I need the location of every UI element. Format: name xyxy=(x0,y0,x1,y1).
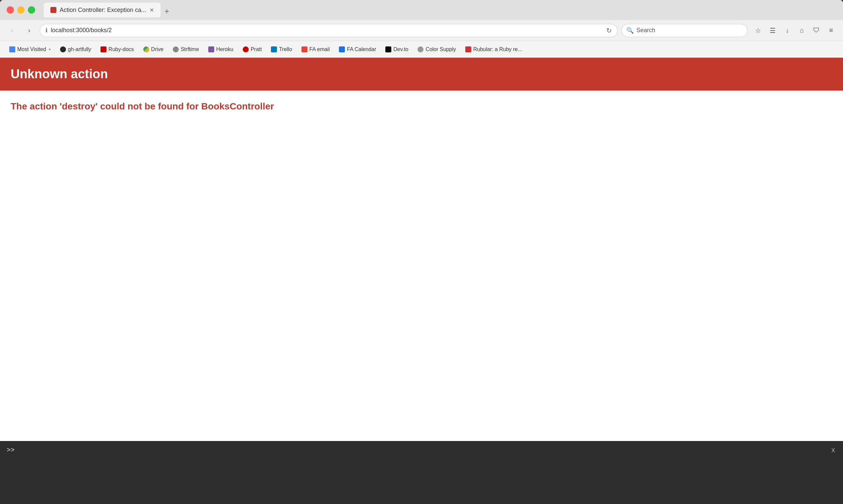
bookmark-trello[interactable]: Trello xyxy=(267,44,296,54)
bookmark-ruby-docs[interactable]: Ruby-docs xyxy=(96,44,138,54)
color-supply-icon xyxy=(417,47,424,52)
address-bar[interactable]: ℹ localhost:3000/books/2 ↻ xyxy=(40,24,617,37)
maximize-button[interactable] xyxy=(28,6,35,14)
fa-calendar-icon xyxy=(339,47,345,52)
bookmark-dev-to[interactable]: Dev.to xyxy=(381,44,412,54)
error-title: Unknown action xyxy=(11,67,832,81)
trello-label: Trello xyxy=(279,47,292,52)
most-visited-label: Most Visited xyxy=(17,47,46,52)
tab-bar: Action Controller: Exception ca... ✕ + xyxy=(40,3,836,17)
bookmark-drive[interactable]: Drive xyxy=(139,44,167,54)
reading-list-button[interactable]: ☰ xyxy=(766,24,779,37)
info-icon: ℹ xyxy=(46,27,48,34)
bookmark-color-supply[interactable]: Color Supply xyxy=(414,44,460,54)
heroku-label: Heroku xyxy=(216,47,233,52)
terminal-bar: >> x xyxy=(0,441,843,504)
bookmark-rubular[interactable]: Rubular: a Ruby re... xyxy=(461,44,526,54)
rubular-icon xyxy=(465,47,471,52)
pratt-label: Pratt xyxy=(251,47,262,52)
url-text: localhost:3000/books/2 xyxy=(51,27,603,34)
error-body: The action 'destroy' could not be found … xyxy=(0,91,843,122)
search-bar[interactable]: 🔍 Search xyxy=(622,24,748,37)
color-supply-label: Color Supply xyxy=(426,47,456,52)
pratt-icon xyxy=(243,47,249,52)
back-button[interactable]: ‹ xyxy=(5,24,19,37)
fa-email-label: FA email xyxy=(309,47,330,52)
error-header: Unknown action xyxy=(0,58,843,91)
bookmark-fa-email[interactable]: FA email xyxy=(298,44,334,54)
bookmark-star-button[interactable]: ☆ xyxy=(752,24,765,37)
fa-calendar-label: FA Calendar xyxy=(347,47,376,52)
home-button[interactable]: ⌂ xyxy=(795,24,808,37)
bookmark-strftime[interactable]: Strftime xyxy=(169,44,203,54)
new-tab-button[interactable]: + xyxy=(161,7,173,16)
bookmark-fa-calendar[interactable]: FA Calendar xyxy=(335,44,380,54)
tab-title: Action Controller: Exception ca... xyxy=(60,7,146,14)
search-placeholder: Search xyxy=(636,27,655,34)
gh-artfully-icon xyxy=(60,47,66,52)
strftime-label: Strftime xyxy=(181,47,199,52)
most-visited-icon xyxy=(9,47,15,52)
dev-to-label: Dev.to xyxy=(393,47,408,52)
drive-icon xyxy=(143,47,149,52)
reload-button[interactable]: ↻ xyxy=(606,26,612,35)
forward-button[interactable]: › xyxy=(22,24,36,37)
error-message: The action 'destroy' could not be found … xyxy=(11,101,832,112)
bookmark-gh-artfully[interactable]: gh-artfully xyxy=(56,44,95,54)
heroku-icon xyxy=(208,47,214,52)
bookmark-heroku[interactable]: Heroku xyxy=(204,44,237,54)
shield-button[interactable]: 🛡 xyxy=(810,24,823,37)
drive-label: Drive xyxy=(151,47,163,52)
dev-to-icon xyxy=(385,47,391,52)
most-visited-dropdown-arrow: ▾ xyxy=(49,47,51,52)
navigation-bar: ‹ › ℹ localhost:3000/books/2 ↻ 🔍 Search … xyxy=(0,20,843,41)
gh-artfully-label: gh-artfully xyxy=(68,47,91,52)
tab-favicon xyxy=(50,7,56,13)
bookmark-most-visited[interactable]: Most Visited▾ xyxy=(5,44,55,54)
trello-icon xyxy=(271,47,277,52)
download-button[interactable]: ↓ xyxy=(781,24,794,37)
bookmarks-bar: Most Visited▾gh-artfullyRuby-docsDriveSt… xyxy=(0,41,843,58)
ruby-docs-label: Ruby-docs xyxy=(108,47,133,52)
fa-email-icon xyxy=(302,47,307,52)
bookmark-pratt[interactable]: Pratt xyxy=(239,44,266,54)
active-tab[interactable]: Action Controller: Exception ca... ✕ xyxy=(44,3,161,17)
terminal-prompt: >> xyxy=(7,446,15,454)
title-bar: Action Controller: Exception ca... ✕ + xyxy=(0,0,843,20)
search-icon: 🔍 xyxy=(626,27,634,34)
close-button[interactable] xyxy=(7,6,14,14)
minimize-button[interactable] xyxy=(17,6,24,14)
page-content: Unknown action The action 'destroy' coul… xyxy=(0,58,843,441)
tab-close-icon[interactable]: ✕ xyxy=(149,7,154,13)
nav-actions: ☆ ☰ ↓ ⌂ 🛡 ≡ xyxy=(752,24,838,37)
terminal-close-button[interactable]: x xyxy=(831,446,835,454)
menu-button[interactable]: ≡ xyxy=(824,24,838,37)
rubular-label: Rubular: a Ruby re... xyxy=(473,47,522,52)
traffic-lights xyxy=(7,6,35,14)
strftime-icon xyxy=(173,47,179,52)
ruby-docs-icon xyxy=(101,47,106,52)
